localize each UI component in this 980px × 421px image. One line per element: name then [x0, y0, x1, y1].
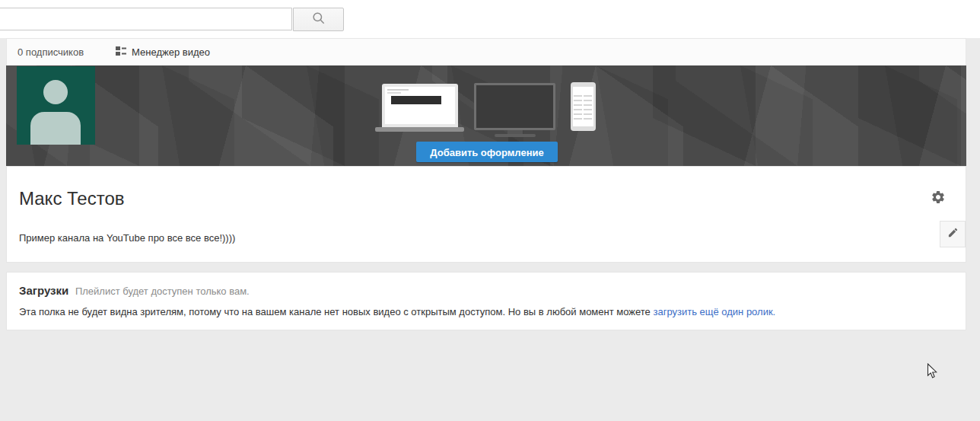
channel-banner: Добавить оформление канала [6, 65, 966, 166]
pencil-icon [947, 227, 959, 241]
search-input[interactable] [0, 8, 292, 30]
avatar-person-body [30, 112, 81, 145]
search-icon [311, 11, 326, 29]
uploads-notice: Эта полка не будет видна зрителям, потом… [19, 306, 775, 317]
subscriber-count: 0 подписчиков [18, 46, 84, 58]
channel-toolbar: 0 подписчиков Менеджер видео [6, 38, 966, 65]
gear-icon [931, 194, 946, 207]
channel-settings-button[interactable] [931, 190, 946, 205]
video-manager-label: Менеджер видео [132, 46, 210, 58]
tv-icon [474, 83, 555, 137]
video-manager-icon [116, 46, 126, 59]
search-button[interactable] [293, 8, 344, 31]
channel-description: Пример канала на YouTube про все все все… [19, 232, 235, 244]
channel-page: 0 подписчиков Менеджер видео [6, 38, 966, 330]
uploads-heading: Загрузки Плейлист будет доступен только … [19, 284, 250, 297]
add-channel-art-button[interactable]: Добавить оформление канала [416, 142, 558, 162]
uploads-notice-text: Эта полка не будет видна зрителям, потом… [19, 306, 653, 317]
uploads-subtitle: Плейлист будет доступен только вам. [75, 285, 250, 297]
uploads-title: Загрузки [19, 284, 68, 297]
video-manager-link[interactable]: Менеджер видео [116, 46, 210, 59]
channel-name: Макс Тестов [19, 188, 125, 209]
phone-icon [571, 82, 596, 131]
edit-description-button[interactable] [940, 221, 966, 247]
laptop-icon [375, 84, 464, 132]
channel-header-card: Макс Тестов Пример канала на YouTube про… [6, 166, 966, 263]
upload-video-link[interactable]: загрузить ещё один ролик. [653, 306, 775, 317]
channel-avatar[interactable] [17, 66, 95, 145]
avatar-person-icon [43, 80, 68, 104]
uploads-section: Загрузки Плейлист будет доступен только … [6, 272, 966, 330]
top-search-bar [0, 0, 980, 38]
